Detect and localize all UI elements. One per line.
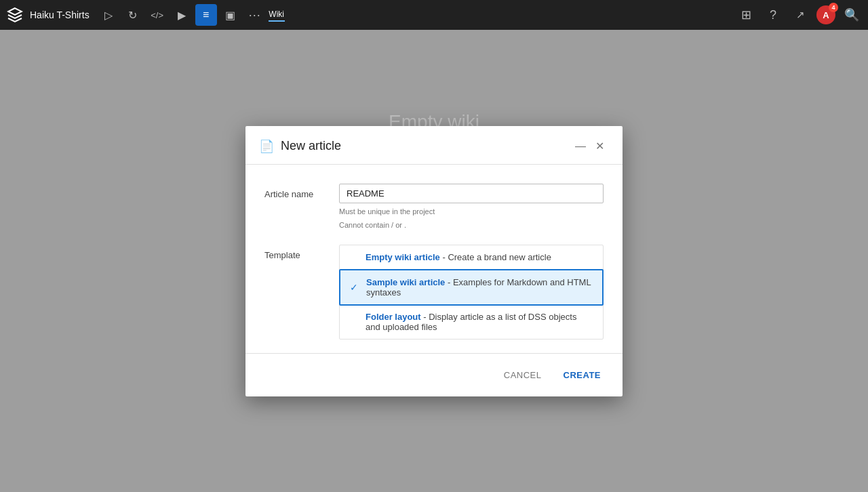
- template-label: Template: [264, 245, 339, 260]
- cancel-button[interactable]: CANCEL: [496, 365, 550, 386]
- template-options: Empty wiki article - Create a brand new …: [339, 245, 604, 340]
- template-sample-sep: -: [445, 277, 453, 287]
- help-icon-btn[interactable]: ?: [762, 4, 784, 26]
- play-btn[interactable]: ▶: [171, 4, 193, 26]
- topbar-right: ⊞ ? ↗ A 4 🔍: [735, 4, 863, 26]
- grid-icon-btn[interactable]: ⊞: [735, 4, 757, 26]
- template-sample-content: Sample wiki article - Examples for Markd…: [366, 277, 593, 298]
- template-empty-name: Empty wiki article - Create a brand new …: [366, 252, 551, 262]
- article-name-label: Article name: [264, 184, 339, 199]
- analytics-icon-btn[interactable]: ↗: [789, 4, 811, 26]
- avatar-badge: 4: [829, 3, 838, 12]
- template-option-empty[interactable]: Empty wiki article - Create a brand new …: [340, 245, 603, 270]
- close-button[interactable]: ✕: [590, 137, 609, 156]
- app-logo: [5, 5, 24, 24]
- modal-title: New article: [281, 139, 571, 153]
- search-icon-btn[interactable]: 🔍: [841, 4, 863, 26]
- modal-overlay: 📄 New article — ✕ Article name Must be u…: [0, 30, 868, 492]
- minimize-button[interactable]: —: [571, 137, 590, 156]
- template-sample-name-bold: Sample wiki article: [366, 277, 445, 287]
- wiki-btn[interactable]: ≡: [195, 4, 217, 26]
- layout-btn[interactable]: ▣: [220, 4, 241, 26]
- code-btn[interactable]: </>: [146, 4, 168, 26]
- hint-no-slash: Cannot contain / or .: [339, 220, 604, 231]
- forward-btn[interactable]: ▷: [98, 4, 119, 26]
- hint-unique: Must be unique in the project: [339, 206, 604, 218]
- wiki-tab: ≡: [203, 9, 209, 21]
- toolbar-icons: ▷ ↻ </> ▶ ≡ ▣ ···: [98, 4, 266, 26]
- more-btn[interactable]: ···: [244, 4, 266, 26]
- modal-footer: CANCEL CREATE: [245, 353, 623, 396]
- template-empty-sep: -: [440, 252, 448, 262]
- create-button[interactable]: CREATE: [555, 365, 609, 386]
- article-name-row: Article name Must be unique in the proje…: [264, 184, 604, 231]
- refresh-btn[interactable]: ↻: [122, 4, 144, 26]
- modal-body: Article name Must be unique in the proje…: [245, 165, 623, 353]
- project-name[interactable]: Haiku T-Shirts: [30, 9, 90, 20]
- template-option-sample[interactable]: ✓ Sample wiki article - Examples for Mar…: [339, 269, 604, 306]
- avatar[interactable]: A 4: [816, 5, 835, 24]
- template-empty-desc: Create a brand new article: [448, 252, 551, 262]
- topbar: Haiku T-Shirts ▷ ↻ </> ▶ ≡ ▣ ··· Wiki ⊞ …: [0, 0, 868, 30]
- wiki-tab-label: Wiki: [269, 9, 284, 19]
- template-option-folder[interactable]: Folder layout - Display article as a lis…: [340, 305, 603, 339]
- new-article-modal: 📄 New article — ✕ Article name Must be u…: [245, 126, 623, 396]
- avatar-label: A: [823, 10, 829, 20]
- sample-check-icon: ✓: [350, 282, 361, 293]
- template-folder-name-bold: Folder layout: [366, 312, 421, 322]
- template-folder-content: Folder layout - Display article as a lis…: [366, 312, 593, 332]
- article-name-input[interactable]: [339, 184, 604, 203]
- template-empty-name-bold: Empty wiki article: [366, 252, 440, 262]
- template-folder-sep: -: [421, 312, 429, 322]
- modal-header: 📄 New article — ✕: [245, 126, 623, 165]
- template-row: Template Empty wiki article - Create a b…: [264, 245, 604, 340]
- article-icon: 📄: [259, 139, 274, 154]
- wiki-tab-underline: [269, 20, 285, 22]
- article-name-field: Must be unique in the project Cannot con…: [339, 184, 604, 231]
